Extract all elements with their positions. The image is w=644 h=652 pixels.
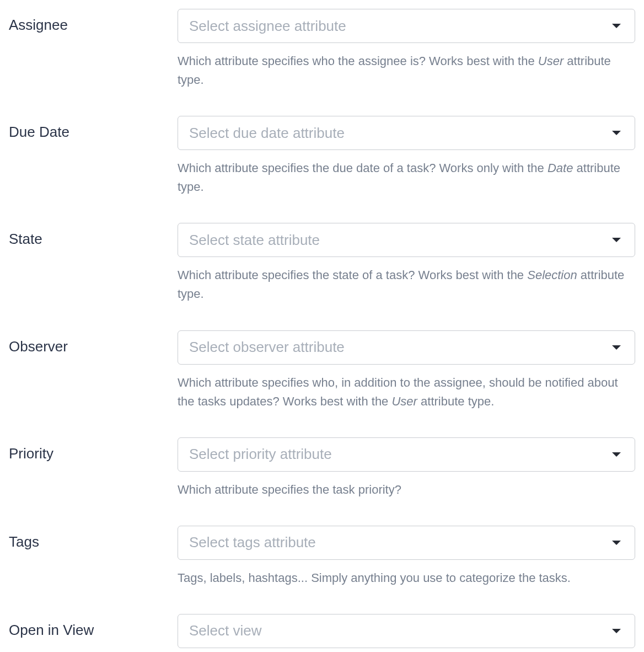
field-row-state: State Select state attribute Which attri…: [9, 223, 635, 303]
priority-select-placeholder: Select priority attribute: [189, 446, 332, 463]
tags-label: Tags: [9, 533, 39, 550]
chevron-down-icon: [611, 540, 621, 546]
chevron-down-icon: [611, 130, 621, 136]
openinview-select-placeholder: Select view: [189, 622, 262, 639]
openinview-select[interactable]: Select view: [178, 614, 635, 648]
openinview-label: Open in View: [9, 622, 94, 638]
state-label: State: [9, 231, 42, 247]
assignee-hint: Which attribute specifies who the assign…: [178, 52, 635, 89]
field-row-priority: Priority Select priority attribute Which…: [9, 437, 635, 499]
field-row-assignee: Assignee Select assignee attribute Which…: [9, 9, 635, 89]
chevron-down-icon: [611, 452, 621, 457]
observer-hint: Which attribute specifies who, in additi…: [178, 373, 635, 411]
chevron-down-icon: [611, 23, 621, 29]
state-select-placeholder: Select state attribute: [189, 232, 320, 249]
assignee-label: Assignee: [9, 17, 68, 33]
tags-hint: Tags, labels, hashtags... Simply anythin…: [178, 569, 635, 587]
tags-select-placeholder: Select tags attribute: [189, 534, 316, 551]
field-row-openinview: Open in View Select view In what view do…: [9, 614, 635, 652]
assignee-select[interactable]: Select assignee attribute: [178, 9, 635, 43]
observer-label: Observer: [9, 338, 68, 355]
chevron-down-icon: [611, 628, 621, 634]
field-row-tags: Tags Select tags attribute Tags, labels,…: [9, 526, 635, 587]
field-row-duedate: Due Date Select due date attribute Which…: [9, 116, 635, 196]
priority-hint: Which attribute specifies the task prior…: [178, 480, 635, 499]
attribute-mapping-form: Assignee Select assignee attribute Which…: [0, 0, 644, 652]
duedate-select-placeholder: Select due date attribute: [189, 125, 345, 142]
state-select[interactable]: Select state attribute: [178, 223, 635, 257]
assignee-select-placeholder: Select assignee attribute: [189, 18, 346, 35]
duedate-select[interactable]: Select due date attribute: [178, 116, 635, 150]
tags-select[interactable]: Select tags attribute: [178, 526, 635, 560]
field-row-observer: Observer Select observer attribute Which…: [9, 330, 635, 411]
duedate-label: Due Date: [9, 124, 69, 140]
chevron-down-icon: [611, 237, 621, 243]
priority-select[interactable]: Select priority attribute: [178, 437, 635, 472]
duedate-hint: Which attribute specifies the due date o…: [178, 159, 635, 196]
observer-select-placeholder: Select observer attribute: [189, 339, 345, 356]
observer-select[interactable]: Select observer attribute: [178, 330, 635, 365]
state-hint: Which attribute specifies the state of a…: [178, 266, 635, 303]
chevron-down-icon: [611, 345, 621, 350]
priority-label: Priority: [9, 445, 53, 462]
